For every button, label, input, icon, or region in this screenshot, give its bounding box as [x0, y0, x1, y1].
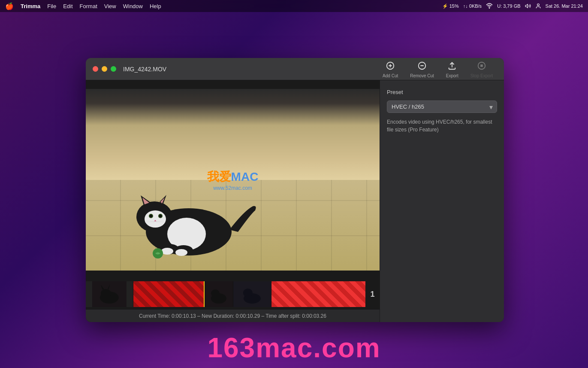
video-area[interactable]: 我爱MAC www.52mac.com: [86, 89, 380, 271]
svg-point-0: [489, 8, 489, 8]
watermark-mac: MAC: [231, 170, 259, 183]
menu-help[interactable]: Help: [150, 3, 161, 9]
remove-cut-icon: [416, 60, 428, 72]
menu-file[interactable]: File: [47, 3, 56, 9]
menu-view[interactable]: View: [104, 3, 116, 9]
app-window: IMG_4242.MOV Add Cut: [86, 58, 504, 322]
watermark-url: www.52mac.com: [207, 185, 259, 191]
maximize-button[interactable]: [111, 66, 116, 72]
video-watermark: 我爱MAC www.52mac.com: [207, 169, 259, 191]
cpu-indicator: ⚡ 15%: [442, 3, 459, 9]
close-button[interactable]: [93, 66, 98, 72]
datetime: Sat 26. Mar 21:24: [546, 3, 583, 9]
svg-point-40: [211, 289, 220, 297]
timeline-cut-segment-2[interactable]: [271, 281, 365, 307]
thumb-strip: 1: [86, 281, 380, 307]
stop-export-icon: [476, 60, 488, 72]
svg-rect-10: [480, 64, 483, 67]
svg-point-14: [145, 210, 166, 228]
ram-indicator: U: 3,79 GB: [497, 3, 520, 9]
svg-point-43: [243, 289, 253, 297]
titlebar: IMG_4242.MOV Add Cut: [86, 58, 504, 80]
preset-label: Preset: [387, 89, 497, 95]
remove-cut-button[interactable]: Remove Cut: [406, 58, 438, 81]
export-button[interactable]: Export: [442, 58, 463, 81]
svg-point-2: [537, 4, 539, 6]
network-indicator: ↑↓ 0KB/s: [463, 3, 482, 9]
volume-icon: [525, 3, 531, 9]
menubar-right: ⚡ 15% ↑↓ 0KB/s U: 3,79 GB Sat 26. M: [442, 3, 583, 9]
timeline-segment-1[interactable]: [86, 281, 133, 307]
menubar-left: 🍎 Trimma File Edit Format View Window He…: [5, 2, 161, 10]
svg-point-31: [175, 249, 187, 256]
status-text: Current Time: 0:00:10.13 – New Duration:…: [139, 313, 326, 319]
app-name[interactable]: Trimma: [21, 3, 40, 9]
svg-point-35: [101, 289, 111, 298]
stop-export-label: Stop Export: [470, 73, 493, 78]
right-panel: Preset HVEC / h265 H.264 ProRes Original…: [380, 80, 504, 322]
video-frame: 我爱MAC www.52mac.com: [86, 89, 380, 271]
add-cut-label: Add Cut: [383, 73, 398, 78]
svg-point-30: [161, 248, 173, 255]
timeline[interactable]: 1: [86, 279, 380, 309]
window-controls: [93, 66, 116, 72]
preset-select[interactable]: HVEC / h265 H.264 ProRes Original: [387, 100, 497, 113]
window-title: IMG_4242.MOV: [123, 66, 166, 73]
bottom-watermark: 163mac.com: [0, 332, 588, 364]
svg-marker-1: [525, 4, 528, 8]
menu-edit[interactable]: Edit: [63, 3, 72, 9]
export-label: Export: [446, 73, 458, 78]
export-icon: [446, 60, 458, 72]
svg-point-20: [150, 215, 152, 217]
apple-icon[interactable]: 🍎: [5, 2, 14, 10]
remove-cut-label: Remove Cut: [410, 73, 434, 78]
menubar: 🍎 Trimma File Edit Format View Window He…: [0, 0, 588, 12]
timeline-cut-segment-1[interactable]: [133, 281, 204, 307]
user-icon[interactable]: [535, 3, 541, 9]
video-panel: 我爱MAC www.52mac.com: [86, 80, 380, 322]
video-bottom-bar: [86, 271, 380, 279]
preset-description: Encodes video using HVEC/h265, for small…: [387, 118, 497, 134]
timeline-segment-2[interactable]: [233, 281, 271, 307]
wifi-icon: [486, 3, 493, 9]
svg-point-22: [159, 215, 162, 217]
preset-select-wrapper[interactable]: HVEC / h265 H.264 ProRes Original: [387, 100, 497, 113]
video-top-bar: [86, 80, 380, 89]
menu-format[interactable]: Format: [80, 3, 97, 9]
stop-export-button[interactable]: Stop Export: [466, 58, 497, 81]
main-content: 我爱MAC www.52mac.com: [86, 80, 504, 322]
timeline-playhead-segment[interactable]: [204, 281, 233, 307]
add-cut-icon: [384, 60, 396, 72]
menu-window[interactable]: Window: [123, 3, 143, 9]
watermark-chinese: 我爱: [207, 170, 231, 183]
add-cut-button[interactable]: Add Cut: [378, 58, 402, 81]
toolbar: Add Cut Remove Cut: [378, 58, 497, 81]
status-bar: Current Time: 0:00:10.13 – New Duration:…: [86, 309, 380, 322]
timeline-marker: 1: [365, 281, 380, 307]
minimize-button[interactable]: [102, 66, 107, 72]
